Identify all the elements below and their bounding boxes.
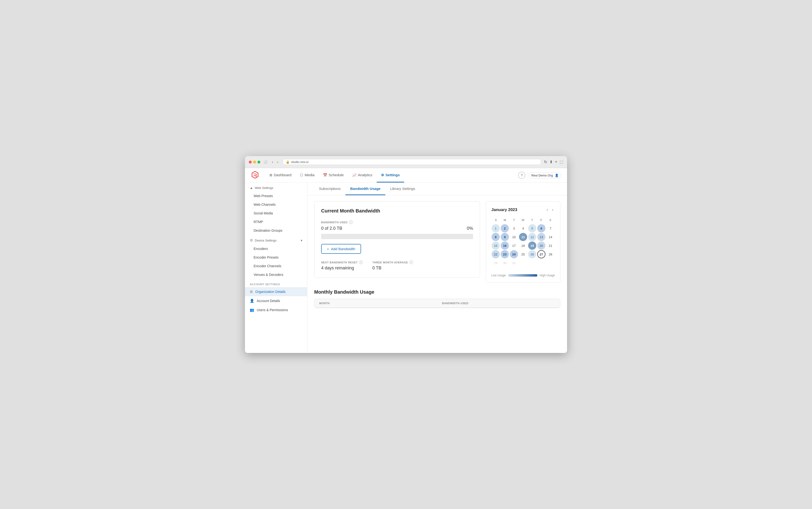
three-month-label: THREE MONTH AVERAGE: [372, 261, 408, 264]
sidebar-item-organization-details[interactable]: ⊞ Organization Details: [245, 287, 307, 296]
cal-date-17[interactable]: 17: [510, 241, 518, 250]
cal-date-6[interactable]: 6: [537, 224, 545, 232]
web-settings-chevron-icon: ▲: [250, 186, 253, 190]
account-details-label: Account Details: [257, 299, 280, 303]
next-reset-info-icon[interactable]: i: [359, 261, 363, 264]
cal-date-12[interactable]: 12: [528, 233, 536, 241]
three-month-info-icon[interactable]: i: [409, 261, 413, 264]
cal-date-3[interactable]: 3: [510, 224, 518, 232]
add-bandwidth-button[interactable]: + Add Bandwidth: [321, 244, 361, 254]
calendar-prev-button[interactable]: ‹: [545, 207, 550, 213]
cal-date-16[interactable]: 16: [501, 241, 509, 250]
cal-date-30: 30: [501, 259, 509, 267]
sidebar-item-web-presets[interactable]: Web Presets: [245, 192, 307, 200]
organization-details-label: Organization Details: [255, 290, 286, 294]
cal-date-26[interactable]: 26: [528, 250, 536, 258]
tab-library-settings[interactable]: Library Settings: [385, 183, 420, 195]
cal-date-18[interactable]: 18: [519, 241, 527, 250]
sidebar-item-social-media[interactable]: Social Media: [245, 209, 307, 217]
sidebar-item-encoders[interactable]: Encoders: [245, 244, 307, 253]
add-bandwidth-plus-icon: +: [327, 247, 329, 251]
nav-schedule[interactable]: 📅 Schedule: [319, 168, 348, 182]
add-bandwidth-label: Add Bandwidth: [331, 247, 355, 251]
cal-date-23[interactable]: 23: [501, 250, 509, 258]
nav-settings[interactable]: ⚙ Settings: [377, 168, 404, 182]
day-label-sat: S: [546, 217, 555, 223]
day-label-fri: F: [537, 217, 546, 223]
sidebar-item-web-channels[interactable]: Web Channels: [245, 200, 307, 209]
cal-date-24[interactable]: 24: [510, 250, 518, 258]
cal-date-14[interactable]: 14: [546, 233, 555, 241]
cal-date-15[interactable]: 15: [492, 241, 500, 250]
cal-date-20[interactable]: 20: [537, 241, 545, 250]
day-label-wed: W: [519, 217, 528, 223]
nav-dashboard[interactable]: ⊞ Dashboard: [265, 168, 296, 182]
maximize-button[interactable]: [257, 161, 260, 164]
cal-date-22[interactable]: 22: [492, 250, 500, 258]
next-reset-value: 4 days remaining: [321, 266, 363, 271]
sidebar-item-account-details[interactable]: 👤 Account Details: [245, 296, 307, 305]
cal-date-9[interactable]: 9: [501, 233, 509, 241]
cal-date-2[interactable]: 2: [501, 224, 509, 232]
calendar-month-year: January 2023: [491, 207, 517, 212]
sidebar-toggle-icon[interactable]: ⬜: [263, 160, 268, 164]
calendar-nav: ‹ ›: [545, 207, 555, 213]
nav-analytics[interactable]: 📈 Analytics: [348, 168, 377, 182]
tab-subscriptions[interactable]: Subscriptions: [314, 183, 345, 195]
close-button[interactable]: [249, 161, 252, 164]
resi-logo: [251, 170, 259, 179]
cal-date-28[interactable]: 28: [546, 250, 555, 258]
forward-button[interactable]: ›: [276, 160, 280, 165]
refresh-icon[interactable]: ↻: [544, 160, 547, 164]
sidebar-item-rtmp[interactable]: RTMP: [245, 217, 307, 226]
cal-date-5[interactable]: 5: [528, 224, 536, 232]
sidebar-section-web-settings[interactable]: ▲ Web Settings: [245, 183, 307, 192]
tab-overview-icon[interactable]: ⬚: [560, 160, 563, 164]
sidebar-item-users-permissions[interactable]: 👥 Users & Permissions: [245, 305, 307, 314]
cal-date-11[interactable]: 11: [519, 233, 527, 241]
rtmp-label: RTMP: [254, 220, 263, 224]
address-bar[interactable]: 🔒 studio.resi.io: [283, 159, 541, 165]
help-button[interactable]: ?: [518, 172, 525, 179]
nav-media[interactable]: ☐ Media: [296, 168, 319, 182]
sidebar-item-destination-groups[interactable]: Destination Groups: [245, 226, 307, 235]
sidebar-item-venues-decoders[interactable]: Venues & Decoders: [245, 270, 307, 279]
day-label-sun: S: [491, 217, 500, 223]
content-inner: Current Month Bandwidth BANDWIDTH USED i…: [307, 196, 567, 314]
legend-gradient-bar: [508, 274, 537, 277]
main-layout: ▲ Web Settings Web Presets Web Channels …: [245, 183, 567, 353]
user-chip[interactable]: Resi Demo Org 👤: [529, 172, 561, 178]
dashboard-icon: ⊞: [270, 173, 272, 177]
cal-date-10[interactable]: 10: [510, 233, 518, 241]
tabs-bar: Subscriptions Bandwidth Usage Library Se…: [307, 183, 567, 196]
back-button[interactable]: ‹: [271, 160, 275, 165]
encoder-presets-label: Encoder Presets: [254, 256, 279, 259]
cal-date-8[interactable]: 8: [492, 233, 500, 241]
new-tab-icon[interactable]: +: [555, 160, 557, 164]
cal-date-27[interactable]: 27: [537, 250, 545, 258]
calendar-next-button[interactable]: ›: [551, 207, 555, 213]
share-icon[interactable]: ⬆: [550, 160, 553, 164]
users-permissions-label: Users & Permissions: [257, 308, 288, 312]
minimize-button[interactable]: [253, 161, 256, 164]
cal-date-1[interactable]: 1: [492, 224, 500, 232]
bandwidth-used-info-icon[interactable]: i: [349, 220, 353, 224]
lock-icon: 🔒: [286, 160, 290, 164]
sidebar-item-encoder-channels[interactable]: Encoder Channels: [245, 262, 307, 270]
cal-date-13[interactable]: 13: [537, 233, 545, 241]
three-month-label-row: THREE MONTH AVERAGE i: [372, 261, 413, 264]
tab-bandwidth-usage[interactable]: Bandwidth Usage: [345, 183, 385, 195]
sidebar-section-device-settings[interactable]: ⚙ Device Settings ▾: [245, 235, 307, 244]
sidebar-item-encoder-presets[interactable]: Encoder Presets: [245, 253, 307, 262]
media-icon: ☐: [300, 173, 303, 177]
cal-date-21[interactable]: 21: [546, 241, 555, 250]
logo-area[interactable]: [251, 170, 259, 180]
cal-date-25[interactable]: 25: [519, 250, 527, 258]
cal-date-19[interactable]: 19: [528, 241, 536, 250]
top-nav: ⊞ Dashboard ☐ Media 📅 Schedule 📈 Analyti…: [245, 168, 567, 183]
browser-nav: ‹ ›: [271, 160, 280, 165]
monthly-section-title: Monthly Bandwidth Usage: [314, 289, 560, 295]
cal-date-4[interactable]: 4: [519, 224, 527, 232]
cal-date-7[interactable]: 7: [546, 224, 555, 232]
users-icon: 👥: [250, 308, 254, 312]
